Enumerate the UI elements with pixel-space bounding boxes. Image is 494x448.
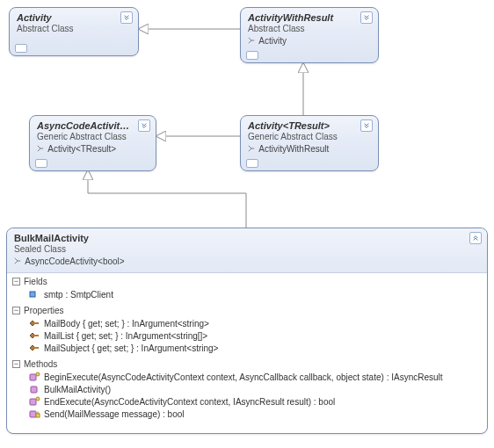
expand-toggle-icon[interactable] xyxy=(360,11,373,24)
property-icon xyxy=(28,330,40,341)
expand-corner-icon[interactable] xyxy=(15,44,27,53)
svg-point-10 xyxy=(36,397,40,401)
member-text: MailList { get; set; } : InArgument<stri… xyxy=(44,331,207,341)
svg-rect-4 xyxy=(34,335,39,336)
class-inherit: AsyncCodeActivity<bool> xyxy=(14,257,480,267)
section-header[interactable]: − Fields xyxy=(7,275,487,288)
class-stereotype: Abstract Class xyxy=(248,24,371,34)
section-properties: − Properties MailBody { get; set; } : In… xyxy=(7,302,487,356)
inherit-label: AsyncCodeActivity<bool> xyxy=(25,257,124,266)
member-text: BeginExecute(AsyncCodeActivityContext co… xyxy=(44,372,443,382)
method-private-icon xyxy=(28,408,40,419)
expand-toggle-icon[interactable] xyxy=(360,119,373,132)
method-item[interactable]: EndExecute(AsyncCodeActivityContext cont… xyxy=(7,395,487,408)
section-label: Fields xyxy=(24,277,47,286)
expand-corner-icon[interactable] xyxy=(35,159,47,168)
property-item[interactable]: MailList { get; set; } : InArgument<stri… xyxy=(7,329,487,342)
class-title: Activity xyxy=(17,11,131,24)
class-header: AsyncCodeActivit… Generic Abstract Class… xyxy=(30,116,156,160)
section-methods: − Methods BeginExecute(AsyncCodeActivity… xyxy=(7,356,487,422)
class-activity-tresult[interactable]: Activity<TResult> Generic Abstract Class… xyxy=(240,115,379,171)
class-title: BulkMailActivity xyxy=(14,232,480,244)
property-item[interactable]: MailBody { get; set; } : InArgument<stri… xyxy=(7,317,487,329)
inherit-label: Activity xyxy=(258,36,287,46)
toggle-minus-icon[interactable]: − xyxy=(12,360,20,368)
svg-rect-5 xyxy=(34,347,39,349)
inherit-label: ActivityWithResult xyxy=(258,144,329,154)
inherit-label: Activity<TResult> xyxy=(47,144,116,154)
class-title: ActivityWithResult xyxy=(248,11,371,24)
class-header: BulkMailActivity Sealed Class AsyncCodeA… xyxy=(7,228,487,273)
class-inherit: Activity xyxy=(248,36,371,47)
svg-point-7 xyxy=(36,372,40,376)
class-activity[interactable]: Activity Abstract Class xyxy=(9,7,139,56)
member-text: BulkMailActivity() xyxy=(44,385,111,394)
member-text: MailSubject { get; set; } : InArgument<s… xyxy=(44,343,218,353)
expand-toggle-icon[interactable] xyxy=(120,11,133,24)
class-stereotype: Sealed Class xyxy=(14,244,480,255)
member-text: smtp : SmtpClient xyxy=(44,290,113,300)
inherit-arrow-icon xyxy=(248,37,255,44)
member-text: Send(MailMessage message) : bool xyxy=(44,409,185,419)
section-label: Properties xyxy=(24,306,64,315)
class-title: Activity<TResult> xyxy=(248,119,371,132)
class-inherit: Activity<TResult> xyxy=(37,144,149,155)
section-header[interactable]: − Methods xyxy=(7,358,487,371)
method-item[interactable]: Send(MailMessage message) : bool xyxy=(7,408,487,420)
property-item[interactable]: MailSubject { get; set; } : InArgument<s… xyxy=(7,342,487,354)
method-item[interactable]: BeginExecute(AsyncCodeActivityContext co… xyxy=(7,371,487,383)
field-icon xyxy=(28,289,40,300)
toggle-minus-icon[interactable]: − xyxy=(12,307,20,314)
svg-rect-8 xyxy=(31,387,37,393)
method-override-icon xyxy=(28,372,40,382)
inherit-arrow-icon xyxy=(14,257,21,264)
class-header: ActivityWithResult Abstract Class Activi… xyxy=(241,8,378,52)
inherit-arrow-icon xyxy=(37,145,44,152)
svg-rect-11 xyxy=(30,411,36,417)
toggle-minus-icon[interactable]: − xyxy=(12,278,20,285)
method-item[interactable]: BulkMailActivity() xyxy=(7,383,487,395)
inherit-arrow-icon xyxy=(248,145,255,152)
class-stereotype: Abstract Class xyxy=(17,24,131,34)
expand-corner-icon[interactable] xyxy=(246,51,258,60)
class-async-code-activity[interactable]: AsyncCodeActivit… Generic Abstract Class… xyxy=(29,115,156,171)
method-icon xyxy=(28,384,40,394)
expand-corner-icon[interactable] xyxy=(246,159,258,168)
class-bulk-mail-activity[interactable]: BulkMailActivity Sealed Class AsyncCodeA… xyxy=(6,228,488,434)
class-header: Activity<TResult> Generic Abstract Class… xyxy=(241,116,378,160)
method-override-icon xyxy=(28,396,40,407)
section-fields: − Fields smtp : SmtpClient xyxy=(7,273,487,302)
svg-rect-3 xyxy=(34,322,39,324)
property-icon xyxy=(28,318,40,329)
member-text: EndExecute(AsyncCodeActivityContext cont… xyxy=(44,397,335,407)
member-text: MailBody { get; set; } : InArgument<stri… xyxy=(44,319,209,329)
svg-rect-6 xyxy=(30,374,36,380)
class-header: Activity Abstract Class xyxy=(10,8,138,40)
class-inherit: ActivityWithResult xyxy=(248,144,371,155)
field-item[interactable]: smtp : SmtpClient xyxy=(7,288,487,300)
property-icon xyxy=(28,343,40,353)
section-header[interactable]: − Properties xyxy=(7,304,487,317)
class-stereotype: Generic Abstract Class xyxy=(37,132,149,142)
svg-rect-2 xyxy=(30,292,35,297)
expand-toggle-icon[interactable] xyxy=(138,119,150,132)
svg-rect-12 xyxy=(36,414,40,417)
class-stereotype: Generic Abstract Class xyxy=(248,132,371,142)
class-activity-with-result[interactable]: ActivityWithResult Abstract Class Activi… xyxy=(240,7,379,63)
class-title: AsyncCodeActivit… xyxy=(37,119,149,132)
collapse-toggle-icon[interactable] xyxy=(469,232,482,244)
section-label: Methods xyxy=(24,359,57,369)
svg-rect-9 xyxy=(30,399,36,405)
